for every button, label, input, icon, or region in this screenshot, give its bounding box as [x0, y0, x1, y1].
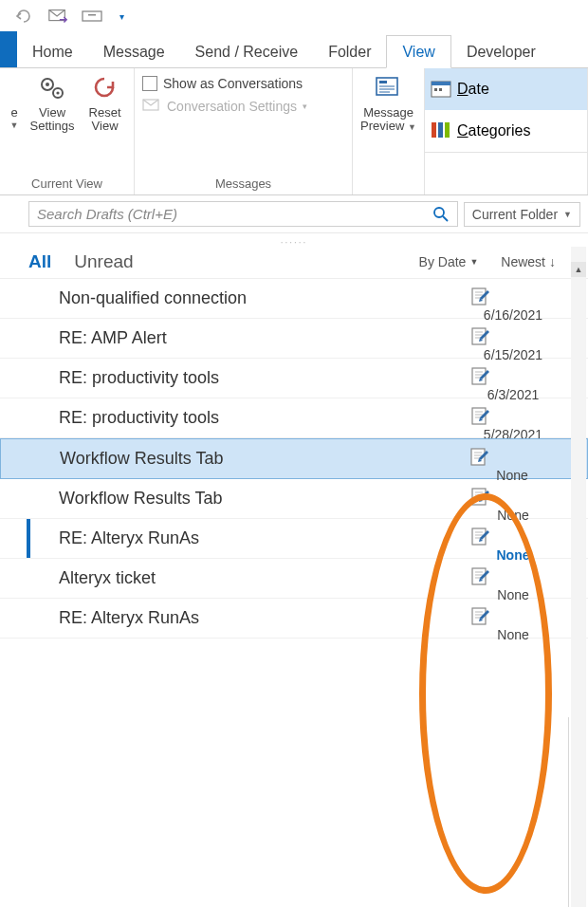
change-view-label-frag: e — [10, 106, 17, 120]
svg-point-20 — [434, 208, 444, 217]
undo-icon[interactable] — [13, 6, 34, 27]
resize-grip[interactable]: ∙∙∙∙∙∙ — [0, 233, 588, 251]
ribbon-tabs: Home Message Send / Receive Folder View … — [0, 32, 588, 68]
tab-message[interactable]: Message — [88, 36, 180, 67]
view-settings-label-1: View — [39, 106, 65, 120]
svg-rect-15 — [434, 88, 437, 91]
caret-down-icon: ▼ — [10, 121, 19, 131]
message-row[interactable]: Workflow Results Tab None — [0, 479, 588, 519]
reset-view-label-2: View — [92, 120, 119, 133]
ribbon: e ▼ View Settings Reset View Current Vie… — [0, 68, 588, 195]
draft-icon — [470, 326, 556, 345]
message-row[interactable]: RE: AMP Alert 6/15/2021 — [0, 319, 588, 359]
svg-rect-9 — [379, 81, 387, 83]
message-row[interactable]: Alteryx ticket None — [0, 559, 588, 599]
search-scope-label: Current Folder — [472, 207, 558, 222]
pane-border — [568, 717, 569, 907]
message-row[interactable]: RE: productivity tools 5/28/2021 — [0, 398, 588, 438]
caret-down-icon: ▼ — [408, 122, 416, 132]
draft-icon — [470, 527, 556, 546]
svg-rect-18 — [438, 122, 443, 138]
message-row[interactable]: RE: Alteryx RunAs None — [0, 599, 588, 639]
tab-send-receive[interactable]: Send / Receive — [180, 36, 314, 67]
view-settings-button[interactable]: View Settings — [25, 72, 80, 134]
draft-icon — [470, 487, 556, 506]
checkbox-icon — [142, 76, 157, 91]
svg-rect-19 — [445, 122, 450, 138]
group-messages: Show as Conversations Conversation Setti… — [135, 68, 353, 194]
group-label-preview — [358, 189, 418, 193]
message-date: None — [470, 627, 556, 642]
show-as-conversations-label: Show as Conversations — [163, 76, 303, 91]
message-row[interactable]: RE: productivity tools 6/3/2021 — [0, 359, 588, 398]
arrange-by-date[interactable]: Date — [425, 68, 587, 110]
reset-view-label-1: Reset — [89, 106, 121, 120]
message-preview-label-1: Message — [363, 106, 413, 120]
message-preview-label-2: Preview — [360, 119, 404, 133]
svg-rect-17 — [432, 122, 436, 138]
svg-point-6 — [56, 91, 59, 94]
reset-view-button[interactable]: Reset View — [82, 72, 128, 134]
scroll-up-button[interactable]: ▲ — [571, 262, 586, 277]
conversation-settings-label: Conversation Settings — [167, 99, 297, 114]
group-label-current-view: Current View — [6, 175, 128, 193]
draft-icon — [470, 406, 556, 425]
draft-icon — [470, 366, 556, 385]
conversation-settings-button: Conversation Settings ▾ — [140, 95, 346, 118]
qat-customize-caret[interactable]: ▾ — [116, 11, 124, 22]
filter-all[interactable]: All — [28, 251, 51, 272]
draft-icon — [470, 287, 556, 305]
gears-icon — [38, 74, 66, 102]
sort-newest[interactable]: Newest ↓ — [501, 254, 556, 269]
message-row[interactable]: Workflow Results Tab None — [0, 438, 588, 479]
group-label-messages: Messages — [140, 175, 346, 193]
scrollbar-track[interactable] — [571, 247, 586, 907]
calendar-icon — [431, 79, 451, 100]
categories-icon — [431, 120, 451, 141]
svg-rect-16 — [439, 88, 442, 91]
send-all-icon[interactable] — [47, 6, 68, 27]
message-row[interactable]: RE: Alteryx RunAs None — [0, 519, 588, 559]
svg-rect-2 — [88, 14, 96, 16]
change-view-edge[interactable]: e ▼ — [6, 72, 23, 131]
quick-access-toolbar: ▾ — [0, 0, 588, 32]
search-box[interactable] — [28, 201, 458, 227]
filter-unread[interactable]: Unread — [74, 251, 133, 272]
message-list: Non-qualified connection 6/16/2021 RE: A… — [0, 278, 588, 639]
caret-down-icon: ▼ — [563, 210, 572, 219]
tab-developer[interactable]: Developer — [451, 36, 551, 67]
archive-icon[interactable] — [82, 6, 102, 27]
search-icon[interactable] — [425, 206, 457, 223]
search-input[interactable] — [29, 202, 425, 226]
group-current-view: e ▼ View Settings Reset View Current Vie… — [0, 68, 135, 194]
svg-line-21 — [443, 216, 448, 221]
search-bar: Current Folder ▼ — [0, 195, 588, 233]
arrange-date-label: Date — [457, 81, 489, 98]
show-as-conversations-checkbox[interactable]: Show as Conversations — [140, 72, 346, 95]
arrange-categories-label: Categories — [457, 122, 530, 139]
caret-down-icon: ▾ — [303, 102, 307, 111]
svg-rect-14 — [432, 82, 450, 85]
message-row[interactable]: Non-qualified connection 6/16/2021 — [0, 279, 588, 319]
draft-icon — [470, 566, 556, 585]
arrange-by-categories[interactable]: Categories — [425, 110, 587, 152]
reset-icon — [91, 74, 119, 102]
svg-point-4 — [46, 83, 49, 86]
draft-icon — [470, 606, 556, 625]
tab-folder[interactable]: Folder — [313, 36, 386, 67]
group-arrangement: Date Categories — [425, 68, 588, 194]
filter-row: All Unread By Date ▼ Newest ↓ — [0, 251, 588, 278]
draft-icon — [469, 447, 555, 466]
view-settings-label-2: Settings — [30, 120, 75, 133]
tab-file-edge[interactable] — [0, 31, 17, 67]
sort-by-date[interactable]: By Date ▼ — [419, 254, 479, 269]
message-preview-button[interactable]: Message Preview ▼ — [358, 72, 418, 134]
tab-view[interactable]: View — [386, 35, 450, 68]
svg-rect-1 — [83, 11, 101, 21]
search-scope-dropdown[interactable]: Current Folder ▼ — [464, 202, 580, 227]
conversation-icon — [142, 99, 161, 114]
group-message-preview: Message Preview ▼ — [353, 68, 425, 194]
tab-home[interactable]: Home — [17, 36, 88, 67]
preview-icon — [375, 74, 403, 102]
